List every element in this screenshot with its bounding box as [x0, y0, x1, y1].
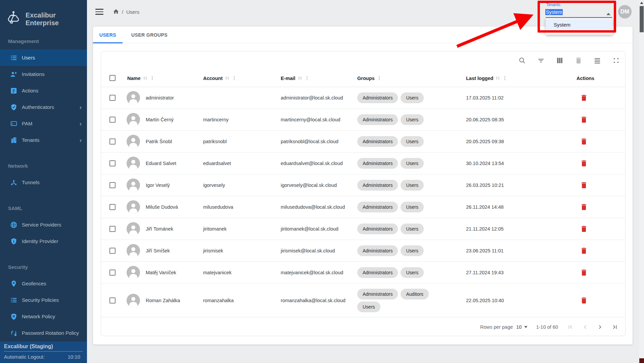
- select-all-checkbox[interactable]: [109, 75, 116, 81]
- delete-user-icon[interactable]: [580, 116, 588, 124]
- sidebar-item-tenants[interactable]: Tenants›: [0, 132, 87, 148]
- tab-users[interactable]: USERS: [93, 27, 123, 43]
- previous-page-icon[interactable]: [582, 323, 589, 331]
- building-icon: [10, 136, 17, 144]
- sidebar-item-identity-provider[interactable]: Identity Provider: [0, 233, 87, 249]
- sidebar-item-service-providers[interactable]: Service Providers: [0, 216, 87, 233]
- table-row: Eduard Salveteduardsalveteduardsalvet@lo…: [101, 153, 625, 174]
- cell-name: Eduard Salvet: [146, 161, 176, 166]
- row-checkbox[interactable]: [109, 160, 116, 166]
- cell-groups: AdministratorsUsers: [357, 136, 441, 147]
- search-icon[interactable]: [518, 56, 526, 65]
- cell-email: igorvesely@local.sk.cloud: [281, 183, 337, 188]
- sidebar-item-users[interactable]: Users: [0, 49, 87, 66]
- sort-icon[interactable]: [143, 76, 148, 81]
- section-header: Management: [0, 38, 87, 45]
- row-checkbox[interactable]: [109, 248, 116, 254]
- scrollbar-up-arrow-icon[interactable]: [640, 2, 643, 4]
- sidebar-item-tunnels[interactable]: Tunnels: [0, 174, 87, 191]
- column-header-name[interactable]: Name: [127, 69, 155, 87]
- column-header-e-mail[interactable]: E-mail: [281, 69, 310, 87]
- fullscreen-icon[interactable]: [612, 56, 620, 65]
- delete-user-icon[interactable]: [580, 94, 588, 102]
- cell-groups: AdministratorsAuditorsUsers: [357, 289, 441, 312]
- sidebar-item-password-rotation-policy[interactable]: Password Rotation Policy: [0, 325, 87, 341]
- sort-icon[interactable]: [495, 76, 500, 81]
- cell-groups: AdministratorsUsers: [357, 180, 441, 191]
- rotate-lock-icon: [10, 329, 17, 337]
- column-menu-icon[interactable]: [502, 76, 507, 81]
- group-chip: Administrators: [357, 202, 398, 212]
- cell-last-logged: 26.03.2025 10:21: [466, 183, 504, 188]
- row-checkbox[interactable]: [109, 138, 116, 145]
- filter-icon[interactable]: [537, 56, 545, 65]
- row-checkbox[interactable]: [109, 297, 116, 304]
- sort-icon[interactable]: [297, 76, 303, 81]
- delete-user-icon[interactable]: [580, 181, 588, 189]
- sort-icon[interactable]: [225, 76, 230, 81]
- main-card: USERSUSER GROUPS NameAccountE-mailGroups…: [93, 27, 633, 345]
- sidebar-item-security-policies[interactable]: Security Policies: [0, 292, 87, 308]
- delete-user-icon[interactable]: [580, 159, 588, 167]
- sidebar-item-pam[interactable]: PAM›: [0, 115, 87, 132]
- sidebar-item-actions[interactable]: Actions: [0, 82, 87, 99]
- column-menu-icon[interactable]: [150, 76, 155, 81]
- column-header-last-logged[interactable]: Last logged: [466, 69, 507, 87]
- column-menu-icon[interactable]: [377, 76, 382, 81]
- group-chip: Administrators: [357, 136, 398, 147]
- column-label: Actions: [577, 76, 594, 81]
- cell-account: matejvanicek: [203, 270, 232, 275]
- row-checkbox[interactable]: [109, 270, 116, 276]
- column-header-account[interactable]: Account: [203, 69, 237, 87]
- sidebar-item-invitations[interactable]: Invitations: [0, 66, 87, 82]
- hamburger-menu-icon[interactable]: [95, 9, 103, 15]
- density-icon[interactable]: [593, 56, 601, 65]
- page-scrollbar[interactable]: [639, 0, 644, 363]
- app-root: Excalibur Enterprise ManagementUsersInvi…: [0, 0, 644, 363]
- user-avatar-placeholder-icon: [127, 135, 140, 148]
- row-checkbox[interactable]: [109, 117, 116, 123]
- user-avatar[interactable]: DM: [618, 5, 632, 18]
- cell-groups: AdministratorsUsers: [357, 267, 441, 278]
- sidebar-item-geofences[interactable]: Geofences: [0, 275, 87, 292]
- last-page-icon[interactable]: [611, 323, 618, 331]
- scrollbar-thumb[interactable]: [640, 6, 644, 32]
- cell-account: patriksnobl: [203, 139, 227, 144]
- cell-email: romanzahalka@local.sk.cloud: [281, 298, 346, 303]
- row-checkbox[interactable]: [109, 204, 116, 210]
- tab-user-groups[interactable]: USER GROUPS: [123, 27, 176, 43]
- tenant-select-value[interactable]: System: [545, 9, 563, 15]
- row-checkbox[interactable]: [109, 182, 116, 188]
- group-chip: Administrators: [357, 245, 398, 256]
- row-checkbox[interactable]: [109, 95, 116, 101]
- delete-user-icon[interactable]: [580, 225, 588, 233]
- columns-icon[interactable]: [556, 56, 564, 65]
- first-page-icon[interactable]: [567, 323, 574, 331]
- cell-name: Igor Veselý: [146, 183, 170, 188]
- next-page-icon[interactable]: [596, 323, 604, 331]
- cell-account: romanzahalka: [203, 298, 234, 303]
- rows-per-page-select[interactable]: 10: [516, 324, 527, 330]
- cell-last-logged: 22.05.2025 10:40: [466, 298, 504, 303]
- column-menu-icon[interactable]: [305, 76, 310, 81]
- sidebar-item-authenticators[interactable]: Authenticators›: [0, 99, 87, 115]
- breadcrumb-current: Users: [126, 9, 139, 15]
- delete-user-icon[interactable]: [580, 269, 588, 277]
- delete-user-icon[interactable]: [580, 247, 588, 255]
- table-row: Igor Veselýigorveselyigorvesely@local.sk…: [101, 174, 625, 196]
- delete-user-icon[interactable]: [580, 296, 588, 305]
- tenant-option-system[interactable]: System: [546, 19, 613, 30]
- column-menu-icon[interactable]: [232, 76, 237, 81]
- row-checkbox[interactable]: [109, 226, 116, 232]
- delete-user-icon[interactable]: [580, 203, 588, 211]
- sidebar: Excalibur Enterprise ManagementUsersInvi…: [0, 0, 87, 363]
- user-avatar-placeholder-icon: [127, 222, 140, 236]
- caret-up-icon[interactable]: [606, 13, 610, 15]
- home-icon[interactable]: [113, 8, 119, 15]
- table-row: Jiří Smíšekjirismisekjirismisek@local.sk…: [101, 240, 625, 262]
- sidebar-item-network-policy[interactable]: Network Policy: [0, 308, 87, 325]
- cell-last-logged: 17.03.2025 11:02: [466, 95, 504, 100]
- column-header-groups: Groups: [357, 69, 382, 87]
- delete-user-icon[interactable]: [580, 137, 588, 146]
- delete-icon[interactable]: [574, 56, 583, 65]
